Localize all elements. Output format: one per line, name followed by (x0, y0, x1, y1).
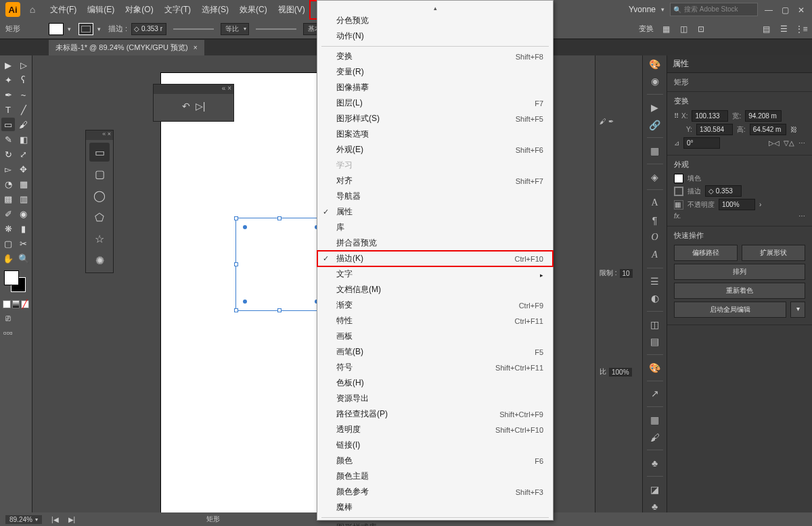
selected-rectangle[interactable] (235, 218, 326, 311)
fill-dropdown-icon[interactable]: ▾ (68, 26, 74, 32)
scale-input[interactable]: 100% (609, 368, 632, 377)
transform-panel-icon[interactable]: ▤ (648, 336, 662, 348)
mesh-tool-icon[interactable]: ▩ (1, 192, 15, 206)
shape-star-icon[interactable]: ☆ (89, 229, 110, 248)
lasso-tool-icon[interactable]: ʕ (17, 73, 30, 87)
recolor-button[interactable]: 重新着色 (674, 283, 805, 299)
brush-icon[interactable]: 🖌 ✒ (600, 118, 638, 125)
prop-w-input[interactable]: 94.208 m (745, 110, 782, 122)
symbols-panel-icon-2[interactable]: ♣ (648, 457, 662, 469)
panel-menu-icon[interactable]: ⋮≡ (796, 24, 807, 34)
shape-rounded-rect-icon[interactable]: ▢ (89, 164, 110, 183)
stroke-color-swatch[interactable] (674, 187, 683, 196)
undo-icon[interactable]: ↶ (182, 101, 190, 112)
opentype-panel-icon[interactable]: O (648, 232, 662, 244)
maximize-icon[interactable]: ▢ (780, 5, 790, 14)
prop-x-input[interactable]: 100.133 (692, 110, 728, 122)
opacity-swatch[interactable]: ▦ (674, 200, 683, 210)
pen-tool-icon[interactable]: ✒ (1, 88, 15, 101)
character-panel-icon[interactable]: A (648, 197, 662, 209)
color-mode-solid-icon[interactable] (3, 300, 11, 308)
appearance-more-icon[interactable]: ⋯ (798, 212, 805, 220)
uniform-dropdown[interactable]: 等比 (221, 23, 249, 35)
shape-flare-icon[interactable]: ✺ (89, 251, 110, 270)
menu-item--[interactable]: 库 (317, 220, 553, 235)
menu-item--[interactable]: 图形样式库 (317, 520, 553, 526)
menu-item--[interactable]: 渐变Ctrl+F9 (317, 297, 553, 313)
fill-color-icon[interactable] (4, 270, 19, 285)
blend-tool-icon[interactable]: ◉ (17, 207, 30, 220)
scroll-up-icon[interactable]: ▴ (317, 3, 553, 13)
stroke-swatch[interactable] (78, 23, 93, 35)
menu-item--k-[interactable]: 描边(K)Ctrl+F10 (317, 251, 553, 266)
history-panel-head[interactable]: « × (154, 85, 233, 94)
hand-tool-icon[interactable]: ✋ (1, 252, 15, 265)
menu-文件[interactable]: 文件(F) (45, 1, 82, 18)
menu-item--[interactable]: 特性Ctrl+F11 (317, 313, 553, 329)
type-tool-icon[interactable]: T (1, 103, 15, 116)
prop-y-input[interactable]: 130.584 (696, 124, 733, 135)
rectangle-tool-icon[interactable]: ▭ (1, 118, 15, 131)
prefs-icon[interactable]: ☰ (778, 24, 789, 34)
flip-v-icon[interactable]: ▽△ (784, 139, 794, 147)
menu-item--[interactable]: 魔棒 (317, 500, 553, 515)
glyphs-panel-icon[interactable]: A (648, 249, 662, 261)
doc-setup-icon[interactable]: ▤ (761, 24, 771, 34)
fill-swatch[interactable] (49, 23, 64, 35)
menu-item--[interactable]: 颜色主题 (317, 469, 553, 484)
home-icon[interactable]: ⌂ (26, 3, 39, 16)
menu-item--b-[interactable]: 画笔(B)F5 (317, 344, 553, 360)
asset-export-panel-icon[interactable]: ↗ (648, 388, 662, 400)
brush-def[interactable] (256, 28, 296, 30)
user-dropdown-caret[interactable]: ▾ (661, 6, 664, 13)
direct-selection-tool-icon[interactable]: ▷ (17, 58, 30, 72)
menu-item--[interactable]: 资源导出 (317, 391, 553, 406)
menu-选择[interactable]: 选择(S) (196, 1, 234, 18)
close-icon[interactable]: ✕ (796, 5, 807, 14)
eyedropper-tool-icon[interactable]: ✐ (1, 207, 15, 220)
transform-more-icon[interactable]: ⋯ (798, 139, 805, 147)
isolate-icon[interactable]: ⊡ (696, 24, 706, 34)
link-panel-icon[interactable]: 🔗 (648, 119, 662, 131)
ref-point-icon[interactable]: ⠿ (674, 112, 677, 120)
document-tab[interactable]: 未标题-1* @ 89.24% (CMYK/GPU 预览) × (49, 40, 204, 55)
graph-tool-icon[interactable]: ▮ (17, 222, 30, 235)
brushes-panel-icon[interactable]: 🖌 (648, 431, 662, 444)
symbol-sprayer-tool-icon[interactable]: ❋ (1, 222, 15, 235)
fill-color-swatch[interactable] (674, 174, 683, 183)
menu-文字[interactable]: 文字(T) (159, 1, 196, 18)
stroke-dropdown-icon[interactable]: ▾ (97, 26, 104, 32)
screen-mode-icon[interactable]: ⎚ (1, 311, 15, 325)
align-panel-icon[interactable]: ☰ (648, 275, 662, 287)
minimize-icon[interactable]: — (763, 5, 774, 14)
line-tool-icon[interactable]: ╱ (17, 103, 30, 116)
stock-search[interactable]: 🔍搜索 Adobe Stock (670, 3, 758, 16)
color-picker[interactable] (1, 270, 30, 297)
global-edit-button[interactable]: 启动全局编辑 (674, 302, 786, 318)
next-artboard-icon[interactable]: ▶| (68, 516, 76, 523)
menu-item--[interactable]: 变换Shift+F8 (317, 49, 553, 64)
slice-tool-icon[interactable]: ✂ (17, 237, 30, 250)
shape-polygon-icon[interactable]: ⬠ (89, 208, 110, 226)
color-guide-panel-icon[interactable]: ◉ (648, 76, 662, 88)
history-panel[interactable]: « × ↶ ▷| (153, 84, 234, 122)
shape-mode-icon[interactable]: ◫ (678, 24, 689, 34)
arrange-button[interactable]: 排列 (674, 264, 805, 280)
prop-angle-input[interactable]: 0° (683, 137, 720, 149)
miter-limit-input[interactable]: 10 (620, 269, 633, 278)
menu-item--n-[interactable]: 动作(N) (317, 28, 553, 44)
menu-item--h-[interactable]: 色板(H) (317, 375, 553, 391)
symbols2-panel-icon[interactable]: ♣ (648, 500, 662, 512)
width-tool-icon[interactable]: ▻ (1, 162, 15, 176)
stroke-weight-input[interactable]: ◇ 0.353 r (131, 23, 166, 35)
paragraph-panel-icon[interactable]: ¶ (648, 214, 662, 226)
gradient-tool-icon[interactable]: ▥ (17, 192, 30, 206)
menu-item--[interactable]: 属性 (317, 204, 553, 220)
menu-item--[interactable]: 透明度Shift+Ctrl+F10 (317, 422, 553, 437)
layers-panel-icon[interactable]: ◈ (648, 171, 662, 183)
menu-编辑[interactable]: 编辑(E) (82, 1, 120, 18)
symbols-panel-icon-1[interactable]: ▦ (648, 414, 662, 426)
flip-h-icon[interactable]: ▷◁ (769, 139, 780, 147)
menu-item--r-[interactable]: 变量(R) (317, 64, 553, 80)
selection-tool-icon[interactable]: ▶ (1, 58, 15, 72)
